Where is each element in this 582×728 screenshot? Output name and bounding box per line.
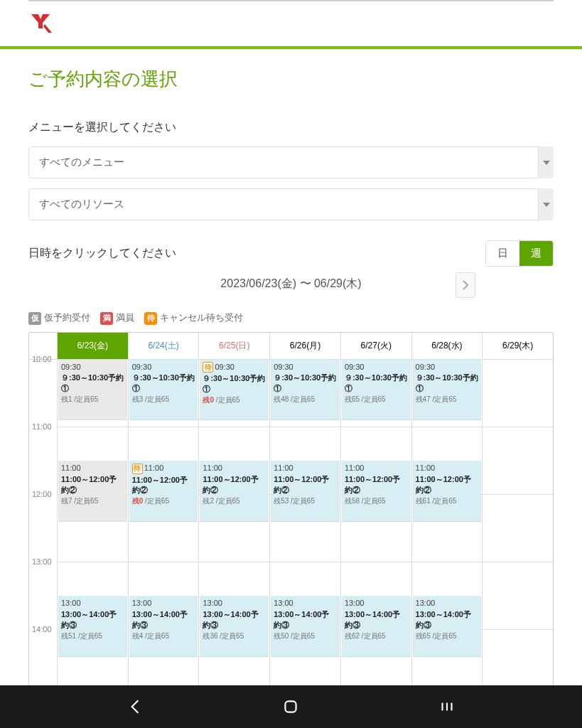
booking-slot[interactable]: 11:0011:00～12:00予約②残58 /定員65 [342,461,411,522]
slot-title: ９:30～10:30予約① [203,373,266,395]
menu-section-label: メニューを選択してください [28,120,554,135]
booking-slot[interactable]: 13:0013:00～14:00予約③残65 /定員65 [413,596,482,657]
back-button[interactable] [126,697,144,716]
slot-time: 09:30 [416,362,479,373]
view-toggle: 日 週 [485,240,554,267]
slot-title: 11:00～12:00予約② [61,474,124,496]
next-week-button[interactable] [456,272,475,298]
day-header[interactable]: 6/26(月) [270,333,340,360]
view-week-button[interactable]: 週 [519,241,553,266]
slot-capacity: /定員65 [433,395,457,403]
slot-remaining: 残4 [132,632,145,640]
page-title: ご予約内容の選択 [28,67,554,92]
booking-slot[interactable]: 11:0011:00～12:00予約②残61 /定員65 [413,461,482,522]
legend-man-badge: 満 [100,312,113,325]
day-column: 6/25(日)待09:30９:30～10:30予約①残0 /定員6511:001… [199,333,270,697]
booking-slot[interactable]: 09:30９:30～10:30予約①残1 /定員65 [58,360,127,421]
day-header[interactable]: 6/24(土) [129,333,199,360]
legend: 仮仮予約受付 満満員 待キャンセル待ち受付 [28,311,554,325]
booking-slot[interactable]: 13:0013:00～14:00予約③残36 /定員65 [200,596,269,657]
slot-time: 13:00 [274,598,337,609]
day-column: 6/24(土)09:30９:30～10:30予約①残3 /定員65待11:001… [129,333,200,697]
slot-title: 13:00～14:00予約③ [132,609,195,631]
booking-slot[interactable]: 09:30９:30～10:30予約①残47 /定員65 [413,360,482,421]
day-header[interactable]: 6/27(火) [341,333,411,360]
slot-capacity: /定員65 [145,395,169,403]
legend-machi-label: キャンセル待ち受付 [160,312,243,323]
day-header[interactable]: 6/29(木) [483,333,553,360]
slot-remaining: 残51 [61,632,78,640]
slot-time: 待11:00 [132,463,195,474]
menu-select-wrapper[interactable]: すべてのメニュー [28,146,554,178]
view-day-button[interactable]: 日 [486,241,519,266]
slot-remaining: 残0 [132,497,145,505]
date-range: 2023/06/23(金) 〜 06/29(木) [220,272,361,291]
slot-capacity: /定員65 [78,632,102,640]
day-header[interactable]: 6/23(金) [58,333,128,360]
booking-slot[interactable]: 待09:30９:30～10:30予約①残0 /定員65 [200,360,269,421]
slot-capacity: /定員65 [291,632,315,640]
booking-slot[interactable]: 09:30９:30～10:30予約①残65 /定員65 [342,360,411,421]
slot-capacity: /定員65 [216,497,240,505]
svg-rect-0 [286,701,296,712]
top-divider [28,0,554,1]
resource-select-wrapper[interactable]: すべてのリソース [28,188,554,220]
slot-time: 11:00 [61,463,124,473]
booking-slot[interactable]: 11:0011:00～12:00予約②残7 /定員65 [58,461,127,522]
booking-slot[interactable]: 13:0013:00～14:00予約③残50 /定員65 [271,596,340,657]
slot-remaining: 残36 [203,632,220,640]
day-column: 6/23(金)09:30９:30～10:30予約①残1 /定員6511:0011… [58,333,129,697]
booking-slot[interactable]: 11:0011:00～12:00予約②残2 /定員65 [200,461,269,522]
resource-select[interactable]: すべてのリソース [28,188,554,220]
booking-slot[interactable]: 13:0013:00～14:00予約③残51 /定員65 [58,596,127,657]
slot-time: 11:00 [274,463,337,473]
slot-remaining: 残62 [345,632,362,640]
slot-time: 13:00 [416,598,479,609]
wait-badge: 待 [132,464,143,474]
time-label: 12:00 [29,495,57,562]
accent-bar [0,46,582,50]
slot-title: ９:30～10:30予約① [61,373,124,394]
slot-capacity: /定員65 [145,497,169,505]
day-column: 6/29(木) [483,333,553,697]
slot-title: ９:30～10:30予約① [345,373,408,394]
slot-capacity: /定員65 [216,396,240,404]
slot-title: ９:30～10:30予約① [274,373,337,394]
slot-capacity: /定員65 [433,632,457,640]
slot-capacity: /定員65 [291,395,315,403]
booking-slot[interactable]: 11:0011:00～12:00予約②残53 /定員65 [271,461,340,522]
day-header[interactable]: 6/28(水) [412,333,483,360]
slot-capacity: /定員65 [291,497,315,505]
booking-slot[interactable]: 13:0013:00～14:00予約③残62 /定員65 [342,596,411,657]
slot-remaining: 残2 [203,497,215,505]
home-button[interactable] [281,697,300,716]
slot-remaining: 残48 [274,395,291,403]
slot-time: 13:00 [345,598,408,609]
wait-badge: 待 [203,362,213,373]
day-column: 6/28(水)09:30９:30～10:30予約①残47 /定員6511:001… [412,333,483,697]
slot-capacity: /定員65 [362,632,386,640]
time-column: 10:0011:0012:0013:0014:00 [29,333,58,697]
booking-slot[interactable]: 13:0013:00～14:00予約③残4 /定員65 [129,596,198,657]
logo-area [28,7,554,46]
slot-title: 13:00～14:00予約③ [61,609,124,631]
recent-button[interactable] [438,697,456,716]
menu-select[interactable]: すべてのメニュー [28,146,554,178]
slot-remaining: 残65 [345,395,362,403]
slot-remaining: 残61 [416,497,433,505]
slot-time: 13:00 [132,598,195,609]
slot-capacity: /定員65 [74,497,98,505]
slot-time: 11:00 [203,463,266,473]
ymca-logo [28,13,54,34]
day-header[interactable]: 6/25(日) [199,333,269,360]
legend-man-label: 満員 [116,312,134,323]
slot-title: 11:00～12:00予約② [274,474,337,496]
slot-time: 11:00 [345,463,408,473]
time-label: 10:00 [29,360,57,427]
slot-title: 11:00～12:00予約② [345,474,408,496]
booking-slot[interactable]: 09:30９:30～10:30予約①残3 /定員65 [129,360,198,421]
booking-slot[interactable]: 09:30９:30～10:30予約①残48 /定員65 [271,360,340,421]
slot-title: 11:00～12:00予約② [132,475,195,496]
booking-slot[interactable]: 待11:0011:00～12:00予約②残0 /定員65 [129,461,198,522]
slot-capacity: /定員65 [433,497,457,505]
